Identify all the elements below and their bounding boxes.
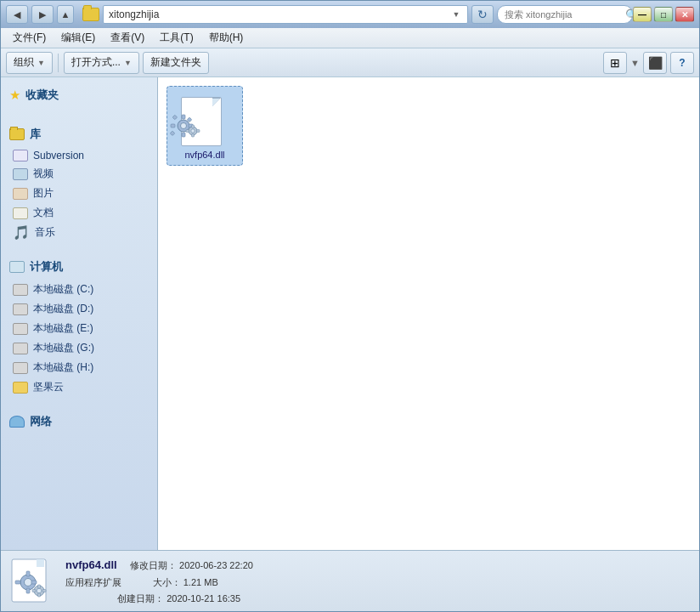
minimize-button[interactable]: — [633,7,652,22]
up-button[interactable]: ▲ [57,5,74,24]
refresh-button[interactable]: ↻ [471,5,494,24]
file-label: nvfp64.dll [184,150,224,160]
svg-rect-20 [26,571,30,576]
address-bar[interactable]: xitongzhijia ▼ [103,5,468,24]
status-modify-label: 修改日期： [130,560,177,570]
preview-pane-button[interactable]: ⬛ [643,52,667,74]
toolbar-separator [58,54,59,72]
library-icon [9,128,25,140]
video-icon [13,168,28,180]
open-with-arrow: ▼ [124,59,132,67]
sidebar-item-drive-g[interactable]: 本地磁盘 (G:) [6,338,152,358]
organize-label: 组织 [14,55,34,70]
menu-file[interactable]: 文件(F) [6,29,53,47]
favorites-header: ★ 收藏夹 [6,84,152,106]
status-filename: nvfp64.dll [65,558,117,571]
menu-help[interactable]: 帮助(H) [202,29,251,47]
organize-arrow: ▼ [37,59,45,67]
sidebar-item-music-label: 音乐 [35,225,55,240]
cloud-icon [13,382,28,394]
sidebar-item-subversion[interactable]: Subversion [6,147,152,164]
file-area: nvfp64.dll [158,77,699,550]
open-with-button[interactable]: 打开方式... ▼ [64,52,139,74]
computer-header: 计算机 [6,256,152,278]
gear-icon [167,109,202,144]
menu-bar: 文件(F) 编辑(E) 查看(V) 工具(T) 帮助(H) [1,28,699,48]
sidebar-item-drive-e[interactable]: 本地磁盘 (E:) [6,319,152,338]
library-label: 库 [30,127,41,142]
view-options-button[interactable]: ⊞ [603,52,627,74]
back-button[interactable]: ◀ [6,5,28,24]
svg-rect-21 [26,588,30,593]
drive-g-label: 本地磁盘 (G:) [33,341,94,355]
drive-h-label: 本地磁盘 (H:) [33,360,93,375]
image-icon [13,188,28,200]
main-content: ★ 收藏夹 库 Subversion 视频 图片 [1,77,699,550]
doc-icon [13,207,28,219]
drive-c-icon [13,284,28,296]
computer-section-icon [9,261,25,273]
svg-rect-17 [37,559,44,567]
sidebar-item-music[interactable]: 🎵 音乐 [6,223,152,242]
sidebar-gap-1 [6,110,152,118]
search-bar[interactable]: 🔍 [497,5,633,24]
sidebar: ★ 收藏夹 库 Subversion 视频 图片 [1,77,158,550]
sidebar-item-subversion-label: Subversion [33,150,84,162]
status-type-label: 应用程序扩展 [65,577,121,587]
svg-rect-23 [31,581,37,584]
drive-g-icon [13,343,28,354]
sidebar-item-video[interactable]: 视频 [6,164,152,184]
maximize-button[interactable]: □ [654,7,673,22]
dll-file-icon [181,92,229,146]
new-folder-button[interactable]: 新建文件夹 [143,52,209,74]
address-dropdown-arrow[interactable]: ▼ [450,6,462,23]
network-header: 网络 [6,411,152,433]
toolbar-right: ⊞ ▼ ⬛ ? [603,52,694,74]
svg-rect-6 [172,115,178,120]
title-bar: ◀ ▶ ▲ xitongzhijia ▼ ↻ 🔍 — □ ✕ [1,1,699,28]
svg-rect-27 [38,593,41,597]
sidebar-item-document[interactable]: 文档 [6,203,152,223]
library-header: 库 [6,123,152,145]
svg-point-19 [25,578,32,586]
sidebar-item-doc-label: 文档 [33,206,54,220]
file-item-nvfp64[interactable]: nvfp64.dll [167,86,243,166]
sidebar-item-drive-h[interactable]: 本地磁盘 (H:) [6,358,152,377]
dll-paper-corner-fold [212,99,220,106]
sidebar-item-image[interactable]: 图片 [6,184,152,203]
menu-view[interactable]: 查看(V) [104,29,151,47]
svg-point-11 [191,129,195,133]
new-folder-label: 新建文件夹 [150,55,201,70]
sidebar-item-drive-c[interactable]: 本地磁盘 (C:) [6,280,152,299]
favorites-label: 收藏夹 [25,88,59,103]
sidebar-item-drive-d[interactable]: 本地磁盘 (D:) [6,299,152,319]
music-icon: 🎵 [13,226,30,240]
drive-h-icon [13,362,28,374]
svg-rect-12 [192,125,195,128]
search-input[interactable] [505,9,622,20]
svg-rect-4 [171,124,175,128]
window: ◀ ▶ ▲ xitongzhijia ▼ ↻ 🔍 — □ ✕ 文件(F) 编辑(… [0,0,700,612]
svg-rect-15 [197,130,200,133]
sidebar-item-image-label: 图片 [33,186,54,201]
status-file-icon [11,558,52,604]
sidebar-item-video-label: 视频 [33,167,54,181]
sidebar-item-jianguoyun[interactable]: 坚果云 [6,377,152,397]
svg-rect-14 [186,130,189,133]
drive-e-label: 本地磁盘 (E:) [33,321,93,336]
help-button[interactable]: ? [670,52,694,74]
jianguoyun-label: 坚果云 [33,380,64,394]
status-created-label: 创建日期： [117,593,164,604]
menu-edit[interactable]: 编辑(E) [54,29,102,47]
forward-button[interactable]: ▶ [31,5,54,24]
menu-tools[interactable]: 工具(T) [153,29,200,47]
svg-rect-8 [170,131,175,136]
svg-rect-26 [38,585,41,588]
close-button[interactable]: ✕ [675,7,694,22]
star-icon: ★ [9,88,20,103]
svg-rect-29 [42,589,46,592]
organize-button[interactable]: 组织 ▼ [6,52,53,74]
view-arrow[interactable]: ▼ [630,58,640,68]
status-modify-date: 2020-06-23 22:20 [179,560,253,570]
folder-icon [82,8,99,21]
